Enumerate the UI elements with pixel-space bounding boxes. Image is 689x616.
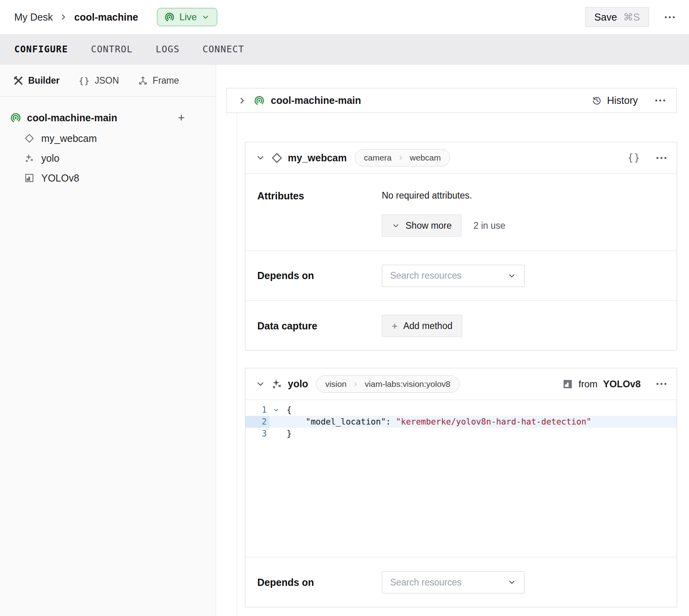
service-card-yolo: yolo vision viam-labs:vision:yolov8 from… [245,368,677,607]
service-more-menu-icon[interactable] [656,383,666,385]
mode-frame[interactable]: Frame [138,75,179,86]
view-mode-toolbar: Builder {} JSON Frame [0,65,216,97]
tree-root-label: cool-machine-main [27,112,117,124]
from-module-name: YOLOv8 [603,379,641,390]
resource-tree: cool-machine-main + my_webcam yolo YOLOv… [0,97,216,188]
service-card-header: yolo vision viam-labs:vision:yolov8 from… [245,368,677,400]
mode-json[interactable]: {} JSON [78,75,119,86]
mode-builder-label: Builder [28,75,59,86]
tab-configure[interactable]: CONFIGURE [14,44,68,54]
service-title: yolo [288,378,308,390]
mode-builder[interactable]: Builder [13,75,59,86]
chevron-down-icon [507,272,516,280]
component-type-badge: camera webcam [355,149,450,166]
badge-type: vision [325,379,346,389]
tree-item-yolov8-module[interactable]: YOLOv8 [0,168,216,188]
broadcast-icon [10,113,21,123]
depends-on-placeholder: Search resources [390,270,461,281]
tools-icon [13,76,23,86]
add-component-button[interactable]: + [178,112,185,124]
attributes-in-use-count: 2 in use [473,220,505,231]
history-clock-icon [591,95,602,106]
json-key: "model_location" [306,417,386,427]
viam-configure-page: My Desk cool-machine Live Save ⌘S CONFIG… [0,0,689,616]
from-prefix: from [578,379,597,390]
code-text: } [283,429,292,438]
tab-connect[interactable]: CONNECT [203,44,244,54]
config-sidebar: Builder {} JSON Frame cool-machine-main … [0,65,216,616]
tab-control[interactable]: CONTROL [91,44,132,54]
depends-on-placeholder: Search resources [390,577,461,588]
history-button[interactable]: History [591,95,638,106]
line-number: 3 [245,428,269,440]
live-status-label: Live [179,11,197,23]
code-line: 1 { [245,404,677,416]
code-line: 3 } [245,428,677,440]
live-status-dropdown[interactable]: Live [157,8,217,26]
mode-json-label: JSON [95,75,119,86]
diamond-icon [25,134,34,143]
braces-icon: {} [78,76,90,86]
from-module-tag: from YOLOv8 [563,379,641,390]
tab-logs[interactable]: LOGS [156,44,180,54]
history-label: History [607,95,638,106]
top-bar: My Desk cool-machine Live Save ⌘S [0,0,689,34]
tree-guide-line [237,113,237,616]
more-menu-icon[interactable] [665,16,675,18]
chevron-right-icon [352,381,359,388]
line-number: 2 [245,416,269,428]
code-text: { [283,405,292,415]
code-text: "model_location": "keremberke/yolov8n-ha… [283,417,591,427]
show-more-button[interactable]: Show more [382,214,461,237]
machine-part-header: cool-machine-main History [226,88,677,113]
component-more-menu-icon[interactable] [656,157,666,159]
data-capture-section: Data capture + Add method [245,301,677,351]
broadcast-icon [254,96,264,106]
service-type-badge: vision viam-labs:vision:yolov8 [316,375,459,393]
config-main-panel: cool-machine-main History my_webcam came… [216,65,689,616]
badge-type: camera [364,153,392,163]
breadcrumb-parent[interactable]: My Desk [14,11,53,23]
attributes-empty-text: No required attributes. [382,190,505,201]
badge-model: viam-labs:vision:yolov8 [365,379,450,389]
broadcast-icon [165,12,174,22]
json-toggle-icon[interactable]: {} [628,152,641,163]
fold-chevron-icon[interactable] [269,407,283,413]
chevron-right-icon[interactable] [237,96,247,105]
depends-on-select[interactable]: Search resources [382,265,524,287]
chevron-down-icon [507,578,516,587]
sparkles-icon [25,153,34,163]
depends-on-select[interactable]: Search resources [382,571,524,593]
tree-item-machine-part[interactable]: cool-machine-main + [0,107,216,128]
top-bar-actions: Save ⌘S [585,7,675,27]
save-button[interactable]: Save ⌘S [585,7,649,27]
part-title: cool-machine-main [271,95,361,106]
tree-item-label: YOLOv8 [41,172,79,184]
plus-icon: + [392,321,398,331]
diamond-icon [272,153,282,163]
part-more-menu-icon[interactable] [655,99,665,101]
code-line-highlighted: 2 "model_location": "keremberke/yolov8n-… [245,416,677,428]
component-title: my_webcam [288,152,347,164]
breadcrumb-current: cool-machine [74,11,138,23]
chevron-right-icon [397,154,404,161]
json-separator: : [386,417,396,427]
json-string-value: "keremberke/yolov8n-hard-hat-detection" [396,417,591,427]
chevron-down-icon[interactable] [256,153,265,163]
chevron-down-icon [201,13,210,21]
sparkles-icon [272,379,282,389]
tree-item-yolo[interactable]: yolo [0,148,216,168]
json-attributes-editor[interactable]: 1 { 2 "model_location": "keremberke/yolo… [245,400,677,557]
add-method-button[interactable]: + Add method [382,315,462,337]
data-capture-label: Data capture [257,320,382,332]
component-card-header: my_webcam camera webcam {} [245,142,677,174]
chevron-down-icon [392,222,400,230]
chevron-down-icon[interactable] [256,379,265,389]
attributes-label: Attributes [257,190,382,251]
tree-item-label: my_webcam [41,133,97,144]
tree-item-my-webcam[interactable]: my_webcam [0,128,216,148]
machine-tabs: CONFIGURE CONTROL LOGS CONNECT [0,34,689,65]
show-more-label: Show more [406,220,452,231]
mode-frame-label: Frame [153,75,179,86]
depends-on-label: Depends on [257,577,382,588]
